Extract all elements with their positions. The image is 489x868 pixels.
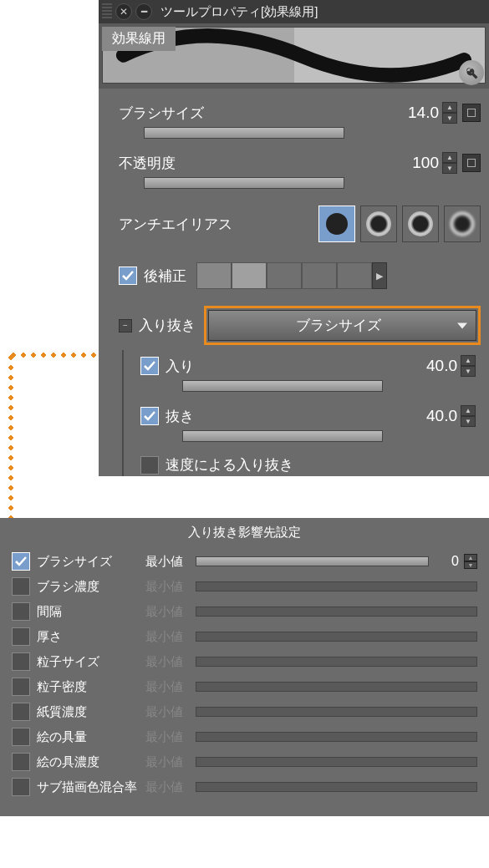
panel-title: ツールプロパティ[効果線用] xyxy=(160,4,318,20)
irinuki-dropdown-highlight: ブラシサイズ xyxy=(204,306,481,345)
swatch[interactable] xyxy=(232,262,267,289)
chevron-up-icon[interactable]: ▲ xyxy=(442,102,457,113)
target-label-wrap: 絵の具量 xyxy=(12,728,145,746)
target-checkbox[interactable] xyxy=(12,602,30,621)
speed-irinuki-row: 速度による入り抜き xyxy=(140,450,481,476)
irinuki-dropdown-value: ブラシサイズ xyxy=(296,317,381,333)
iri-value[interactable]: 40.0 xyxy=(426,357,457,375)
brush-size-slider[interactable] xyxy=(144,127,344,139)
min-spinner[interactable]: ▲▼ xyxy=(464,554,477,569)
post-correction-checkbox[interactable] xyxy=(119,266,137,285)
wrench-icon[interactable] xyxy=(459,60,484,85)
target-row: 絵の具量最小値 xyxy=(12,724,477,749)
chevron-down-icon[interactable]: ▼ xyxy=(461,416,476,427)
brush-size-row: ブラシサイズ 14.0 ▲ ▼ xyxy=(119,97,481,129)
chevron-down-icon[interactable]: ▼ xyxy=(442,113,457,124)
target-label-wrap: ブラシサイズ xyxy=(12,552,145,571)
brush-size-spinner[interactable]: ▲ ▼ xyxy=(442,102,457,124)
min-label: 最小値 xyxy=(145,679,196,695)
nuki-value[interactable]: 40.0 xyxy=(426,407,457,425)
target-checkbox[interactable] xyxy=(12,577,30,596)
speed-irinuki-checkbox[interactable] xyxy=(140,456,159,475)
target-row: 間隔最小値 xyxy=(12,599,477,624)
min-slider xyxy=(196,757,477,767)
opacity-row: 不透明度 100 ▲ ▼ xyxy=(119,147,481,179)
antialias-option-medium[interactable] xyxy=(402,206,439,242)
antialias-option-none[interactable] xyxy=(318,206,355,242)
min-slider xyxy=(196,707,477,717)
target-label-wrap: 間隔 xyxy=(12,602,145,621)
brush-size-value[interactable]: 14.0 xyxy=(408,104,439,122)
antialias-option-weak[interactable] xyxy=(360,206,397,242)
chevron-right-icon[interactable]: ▶ xyxy=(372,262,387,289)
minimize-icon[interactable]: ━ xyxy=(135,3,152,20)
iri-checkbox[interactable] xyxy=(140,357,159,375)
min-label: 最小値 xyxy=(145,604,196,620)
irinuki-row: − 入り抜き ブラシサイズ xyxy=(119,301,481,350)
iri-row: 入り 40.0 ▲ ▼ xyxy=(140,350,481,382)
swatch[interactable] xyxy=(337,262,372,289)
target-checkbox[interactable] xyxy=(12,703,30,721)
target-checkbox[interactable] xyxy=(12,678,30,696)
chevron-down-icon[interactable]: ▼ xyxy=(461,366,476,377)
min-label: 最小値 xyxy=(145,754,196,770)
target-label: 絵の具濃度 xyxy=(37,754,99,770)
target-checkbox[interactable] xyxy=(12,753,30,771)
nuki-spinner[interactable]: ▲ ▼ xyxy=(461,405,476,427)
target-label: 粒子密度 xyxy=(37,679,87,695)
min-slider xyxy=(196,657,477,667)
collapse-icon[interactable]: − xyxy=(119,319,132,332)
nuki-checkbox[interactable] xyxy=(140,407,159,425)
chevron-down-icon[interactable]: ▼ xyxy=(464,561,477,569)
target-row: 紙質濃度最小値 xyxy=(12,699,477,724)
target-checkbox[interactable] xyxy=(12,552,30,571)
antialias-label: アンチエイリアス xyxy=(119,215,232,234)
target-label: ブラシ濃度 xyxy=(37,579,99,595)
chevron-up-icon[interactable]: ▲ xyxy=(461,355,476,366)
irinuki-label: 入り抜き xyxy=(139,316,196,335)
speed-irinuki-label: 速度による入り抜き xyxy=(166,455,293,475)
chevron-up-icon[interactable]: ▲ xyxy=(464,554,477,561)
target-checkbox[interactable] xyxy=(12,627,30,646)
min-label: 最小値 xyxy=(145,554,196,570)
post-correction-swatches xyxy=(196,262,372,289)
close-icon[interactable]: ✕ xyxy=(115,3,132,20)
target-checkbox[interactable] xyxy=(12,728,30,746)
opacity-spinner[interactable]: ▲ ▼ xyxy=(442,152,457,174)
nuki-slider[interactable] xyxy=(182,430,383,442)
iri-spinner[interactable]: ▲ ▼ xyxy=(461,355,476,377)
properties-body: ブラシサイズ 14.0 ▲ ▼ 不透明度 100 ▲ ▼ アンチエイリアス xyxy=(99,89,489,476)
min-label: 最小値 xyxy=(145,729,196,745)
min-slider xyxy=(196,581,477,591)
target-label: 絵の具量 xyxy=(37,729,87,745)
iri-slider[interactable] xyxy=(182,380,383,392)
chevron-down-icon[interactable]: ▼ xyxy=(442,163,457,174)
target-checkbox[interactable] xyxy=(12,652,30,671)
min-value[interactable]: 0 xyxy=(434,554,459,569)
preset-area: 効果線用 xyxy=(99,23,489,89)
min-slider[interactable] xyxy=(196,556,429,566)
chevron-up-icon[interactable]: ▲ xyxy=(461,405,476,416)
swatch[interactable] xyxy=(267,262,302,289)
target-label-wrap: サブ描画色混合率 xyxy=(12,778,145,796)
min-label: 最小値 xyxy=(145,629,196,645)
min-slider xyxy=(196,782,477,792)
brush-size-dynamics-button[interactable] xyxy=(462,104,481,122)
target-label-wrap: ブラシ濃度 xyxy=(12,577,145,596)
target-checkbox[interactable] xyxy=(12,778,30,796)
opacity-value[interactable]: 100 xyxy=(412,154,439,172)
opacity-dynamics-button[interactable] xyxy=(462,154,481,172)
target-label: サブ描画色混合率 xyxy=(37,779,137,795)
target-label: 間隔 xyxy=(37,604,62,620)
antialias-option-strong[interactable] xyxy=(444,206,481,242)
swatch[interactable] xyxy=(302,262,337,289)
callout-line-v xyxy=(8,353,13,520)
grip-icon[interactable] xyxy=(102,3,112,20)
chevron-up-icon[interactable]: ▲ xyxy=(442,152,457,163)
iri-label: 入り xyxy=(166,357,194,376)
irinuki-dropdown[interactable]: ブラシサイズ xyxy=(208,310,476,341)
opacity-slider[interactable] xyxy=(144,177,344,189)
swatch[interactable] xyxy=(196,262,232,289)
target-row: サブ描画色混合率最小値 xyxy=(12,774,477,799)
preset-tab[interactable]: 効果線用 xyxy=(102,27,176,51)
